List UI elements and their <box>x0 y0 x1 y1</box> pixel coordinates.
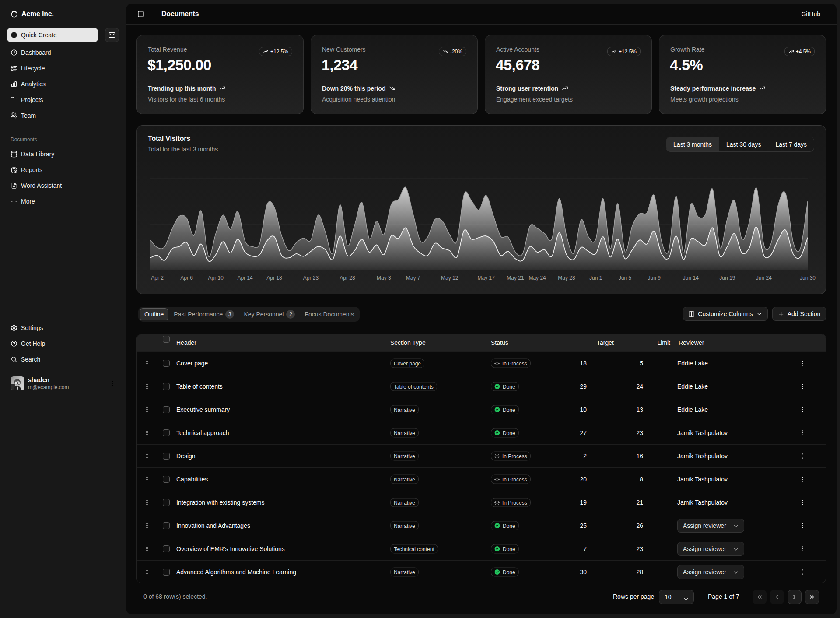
svg-text:Apr 23: Apr 23 <box>303 275 319 281</box>
svg-text:May 24: May 24 <box>528 275 546 281</box>
svg-text:Jun 30: Jun 30 <box>800 275 816 281</box>
svg-text:Jun 1: Jun 1 <box>589 275 602 281</box>
svg-text:Jun 24: Jun 24 <box>756 275 772 281</box>
svg-text:Apr 10: Apr 10 <box>208 275 224 281</box>
svg-text:May 7: May 7 <box>406 275 420 281</box>
svg-text:Apr 28: Apr 28 <box>340 275 355 281</box>
svg-text:Apr 14: Apr 14 <box>237 275 253 281</box>
svg-text:Apr 2: Apr 2 <box>151 275 164 281</box>
svg-text:May 28: May 28 <box>558 275 575 281</box>
svg-text:Apr 18: Apr 18 <box>266 275 282 281</box>
svg-text:Apr 6: Apr 6 <box>180 275 193 281</box>
svg-text:Jun 19: Jun 19 <box>719 275 735 281</box>
svg-text:Jun 9: Jun 9 <box>648 275 661 281</box>
svg-text:May 17: May 17 <box>478 275 495 281</box>
svg-text:May 12: May 12 <box>441 275 458 281</box>
svg-text:Jun 5: Jun 5 <box>619 275 632 281</box>
svg-text:May 3: May 3 <box>377 275 391 281</box>
svg-text:Jun 14: Jun 14 <box>683 275 699 281</box>
svg-text:May 21: May 21 <box>507 275 524 281</box>
